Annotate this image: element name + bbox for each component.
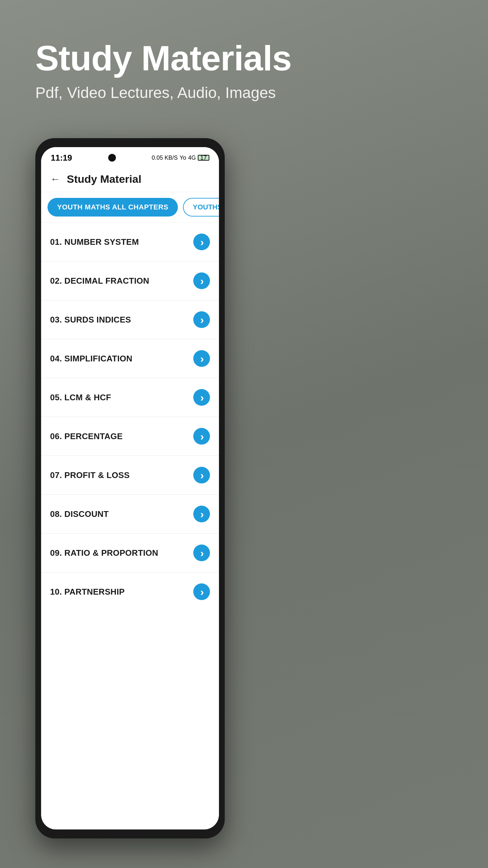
chapter-name: 05. LCM & HCF [50,393,111,403]
chapter-arrow-icon[interactable] [193,272,210,289]
chapter-arrow-icon[interactable] [193,583,210,600]
chapter-item[interactable]: 02. DECIMAL FRACTION [41,261,219,300]
chapter-arrow-icon[interactable] [193,545,210,561]
chapter-arrow-icon[interactable] [193,428,210,444]
chapter-item[interactable]: 07. PROFIT & LOSS [41,456,219,495]
chapter-item[interactable]: 04. SIMPLIFICATION [41,339,219,378]
tab-bar: YOUTH MATHS ALL CHAPTERS YOUTHS REASONIN… [41,192,219,223]
promo-subtitle: Pdf, Video Lectures, Audio, Images [35,84,292,101]
chapter-arrow-icon[interactable] [193,234,210,250]
chapter-item[interactable]: 08. DISCOUNT [41,495,219,534]
carrier: Yo [180,155,186,161]
chapter-arrow-icon[interactable] [193,311,210,328]
chapter-name: 03. SURDS INDICES [50,315,131,325]
chapter-item[interactable]: 03. SURDS INDICES [41,300,219,339]
chapter-arrow-icon[interactable] [193,350,210,367]
chapter-item[interactable]: 10. PARTNERSHIP [41,572,219,611]
chapter-name: 07. PROFIT & LOSS [50,470,130,480]
data-speed: 0.05 KB/S [152,155,178,161]
chapter-name: 10. PARTNERSHIP [50,587,125,597]
chapter-item[interactable]: 09. RATIO & PROPORTION [41,534,219,572]
app-header: ← Study Material [41,166,219,192]
network-type: 4G [188,155,196,161]
status-bar: 11:19 0.05 KB/S Yo 4G 17 [41,147,219,166]
app-title: Study Material [67,173,141,185]
chapter-item[interactable]: 06. PERCENTAGE [41,417,219,456]
chapter-arrow-icon[interactable] [193,389,210,406]
chapter-arrow-icon[interactable] [193,506,210,522]
chapter-arrow-icon[interactable] [193,467,210,484]
tab-youth-reasoning[interactable]: YOUTHS REASONING [183,198,219,217]
status-icons: 0.05 KB/S Yo 4G 17 [152,155,209,161]
chapter-name: 04. SIMPLIFICATION [50,354,132,364]
promo-title: Study Materials [35,38,292,78]
chapter-name: 02. DECIMAL FRACTION [50,276,149,286]
tab-youth-maths[interactable]: YOUTH MATHS ALL CHAPTERS [47,198,178,217]
battery-icon: 17 [198,155,209,161]
phone-screen: 11:19 0.05 KB/S Yo 4G 17 ← Study Materia… [41,147,219,830]
chapter-name: 08. DISCOUNT [50,509,109,519]
promo-header: Study Materials Pdf, Video Lectures, Aud… [35,38,292,101]
phone-wrapper: 11:19 0.05 KB/S Yo 4G 17 ← Study Materia… [35,138,225,838]
chapter-name: 01. NUMBER SYSTEM [50,237,139,247]
camera-dot [108,154,116,162]
status-time: 11:19 [51,153,72,163]
back-button[interactable]: ← [50,173,60,185]
chapter-name: 09. RATIO & PROPORTION [50,548,158,558]
chapter-name: 06. PERCENTAGE [50,431,123,441]
chapter-list: 01. NUMBER SYSTEM02. DECIMAL FRACTION03.… [41,223,219,611]
chapter-item[interactable]: 05. LCM & HCF [41,378,219,417]
phone-frame: 11:19 0.05 KB/S Yo 4G 17 ← Study Materia… [35,138,225,838]
chapter-item[interactable]: 01. NUMBER SYSTEM [41,223,219,261]
